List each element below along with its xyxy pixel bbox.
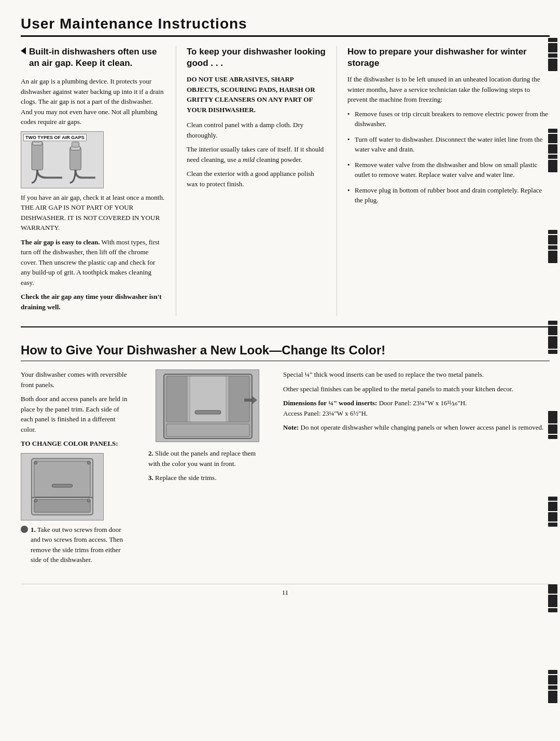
svg-rect-11 — [52, 484, 72, 487]
looking-good-caps: DO NOT USE ABRASIVES, SHARP OBJECTS, SCO… — [187, 74, 326, 115]
dimensions-para3: Dimensions for ¼" wood inserts: Door Pan… — [283, 398, 550, 418]
wood-inserts-para1: Special ¼" thick wood inserts can be use… — [283, 369, 550, 380]
step1-text: 1. Take out two screws from door and two… — [31, 525, 132, 565]
note-text: Do not operate dishwasher while changing… — [299, 423, 543, 431]
bottom-cols: Your dishwasher comes with reversible fr… — [21, 369, 550, 573]
page-title: User Maintenance Instructions — [21, 16, 550, 37]
step3-text: 3. Replace the side trims. — [148, 473, 267, 483]
air-gap-para3-bold: The air gap is easy to clean. — [21, 238, 100, 246]
bottom-col-right: Special ¼" thick wood inserts can be use… — [275, 369, 550, 573]
looking-good-para2: The interior usually takes care of itsel… — [187, 144, 326, 164]
svg-point-14 — [87, 461, 90, 464]
svg-rect-23 — [166, 424, 249, 436]
panel-svg-mid — [156, 370, 259, 442]
bottom-col-left: Your dishwasher comes with reversible fr… — [21, 369, 140, 573]
color-panels-para2: Both door and access panels are held in … — [21, 394, 132, 434]
air-gap-image-label: TWO TYPES OF AIR GAPS — [23, 134, 87, 141]
air-gap-image: TWO TYPES OF AIR GAPS — [21, 131, 104, 188]
svg-rect-6 — [72, 142, 79, 147]
note-para4: Note: Do not operate dishwasher while ch… — [283, 422, 550, 433]
looking-good-heading: To keep your dishwasher looking good . .… — [187, 46, 326, 69]
air-gap-para3: The air gap is easy to clean. With most … — [21, 237, 165, 288]
top-section: Built-in dishwashers often use an air ga… — [21, 46, 550, 327]
air-gap-heading: Built-in dishwashers often use an air ga… — [29, 46, 165, 69]
air-gap-para1: An air gap is a plumbing device. It prot… — [21, 76, 165, 127]
special-finishes-para2: Other special finishes can be applied to… — [283, 384, 550, 394]
step1-bullet — [21, 526, 28, 533]
panel-svg-left — [21, 454, 103, 520]
color-panels-label: TO CHANGE COLOR PANELS: — [21, 438, 132, 449]
panel-image-left — [21, 453, 104, 520]
col-left-air-gap: Built-in dishwashers often use an air ga… — [21, 46, 176, 316]
svg-rect-21 — [190, 376, 226, 422]
col-mid-looking-good: To keep your dishwasher looking good . .… — [176, 46, 337, 316]
page-number: 11 — [21, 584, 550, 597]
step1-row: 1. Take out two screws from door and two… — [21, 525, 132, 569]
page: User Maintenance Instructions Built-in d… — [0, 0, 560, 741]
svg-rect-4 — [70, 147, 81, 170]
col-right-winter-storage: How to prepare your dishwasher for winte… — [337, 46, 550, 316]
svg-rect-1 — [32, 142, 43, 170]
dimensions-bold: Dimensions for ¼" wood inserts: — [283, 399, 377, 407]
svg-rect-9 — [34, 461, 90, 497]
winter-storage-intro: If the dishwasher is to be left unused i… — [347, 74, 550, 105]
svg-point-16 — [87, 499, 90, 502]
svg-rect-24 — [195, 410, 221, 414]
bottom-section-color-change: How to Give Your Dishwasher a New Look—C… — [21, 343, 550, 573]
svg-rect-10 — [34, 499, 90, 512]
list-item: Remove plug in bottom of rubber boot and… — [347, 185, 550, 205]
svg-point-13 — [34, 461, 37, 464]
list-item: Remove water valve from the dishwasher a… — [347, 160, 550, 180]
list-item: Turn off water to dishwasher. Disconnect… — [347, 134, 550, 155]
svg-point-15 — [34, 499, 37, 502]
winter-storage-heading: How to prepare your dishwasher for winte… — [347, 46, 550, 69]
air-gap-para2: If you have an air gap, check it at leas… — [21, 193, 165, 233]
color-panels-para1: Your dishwasher comes with reversible fr… — [21, 369, 132, 390]
air-gap-para4: Check the air gap any time your dishwash… — [21, 292, 165, 312]
winter-storage-list: Remove fuses or trip circuit breakers to… — [347, 109, 550, 205]
list-item: Remove fuses or trip circuit breakers to… — [347, 109, 550, 129]
bottom-col-mid: 2. Slide out the panels and replace them… — [140, 369, 275, 573]
panel-image-mid — [156, 369, 259, 442]
bottom-title: How to Give Your Dishwasher a New Look—C… — [21, 343, 550, 361]
note-bold: Note: — [283, 423, 299, 431]
step2-text: 2. Slide out the panels and replace them… — [148, 448, 267, 469]
looking-good-para3: Clean the exterior with a good appliance… — [187, 169, 326, 189]
looking-good-para1: Clean control panel with a damp cloth. D… — [187, 120, 326, 140]
